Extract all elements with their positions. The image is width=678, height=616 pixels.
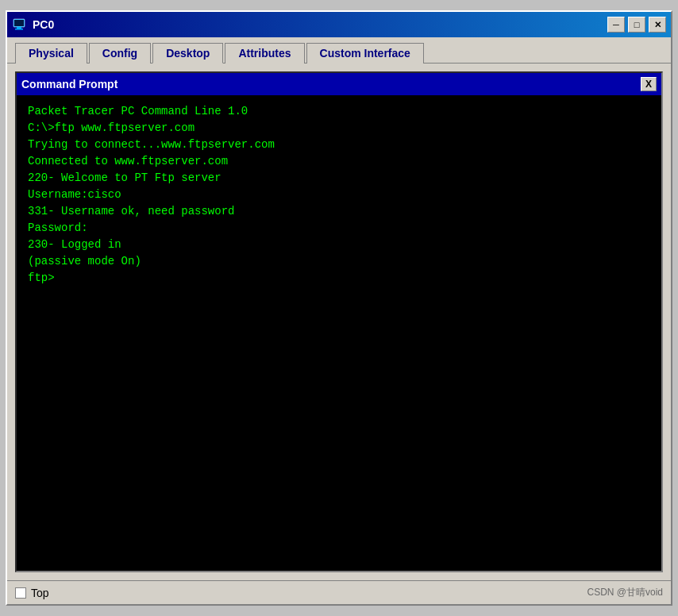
pc-icon: [12, 17, 28, 33]
cmd-close-button[interactable]: X: [641, 77, 657, 91]
svg-rect-3: [14, 20, 24, 26]
cmd-body[interactable]: Packet Tracer PC Command Line 1.0 C:\>ft…: [17, 95, 661, 571]
content-area: Command Prompt X Packet Tracer PC Comman…: [7, 64, 671, 580]
cmd-window: Command Prompt X Packet Tracer PC Comman…: [15, 71, 663, 572]
terminal-line-5: Username:cisco: [28, 187, 650, 203]
cmd-title-text: Command Prompt: [21, 78, 117, 90]
terminal-line-3: Connected to www.ftpserver.com: [28, 153, 650, 170]
terminal-line-2: Trying to connect...www.ftpserver.com: [28, 137, 650, 153]
main-window: PC0 ─ □ ✕ Physical Config Desktop Attrib…: [6, 10, 672, 606]
top-label: Top: [31, 587, 49, 599]
terminal-line-7: Password:: [28, 220, 650, 237]
tab-bar: Physical Config Desktop Attributes Custo…: [7, 37, 671, 64]
top-checkbox-area: Top: [15, 587, 49, 599]
svg-rect-2: [15, 29, 23, 30]
terminal-line-0: Packet Tracer PC Command Line 1.0: [28, 103, 650, 120]
top-checkbox[interactable]: [15, 587, 26, 599]
maximize-button[interactable]: □: [628, 17, 645, 33]
tab-physical[interactable]: Physical: [15, 43, 87, 64]
close-button[interactable]: ✕: [649, 17, 666, 33]
window-title: PC0: [33, 18, 54, 31]
svg-rect-1: [17, 27, 21, 29]
minimize-button[interactable]: ─: [607, 17, 625, 33]
tab-config[interactable]: Config: [89, 43, 151, 64]
terminal-line-4: 220- Welcome to PT Ftp server: [28, 170, 650, 187]
tab-desktop[interactable]: Desktop: [152, 43, 223, 64]
bottom-bar: Top CSDN @甘晴void: [7, 580, 671, 604]
watermark: CSDN @甘晴void: [587, 586, 663, 599]
terminal-line-10: ftp>: [28, 270, 650, 287]
terminal-line-6: 331- Username ok, need password: [28, 203, 650, 220]
terminal-line-8: 230- Logged in: [28, 237, 650, 253]
title-bar: PC0 ─ □ ✕: [7, 12, 671, 37]
cmd-title-bar: Command Prompt X: [17, 73, 661, 95]
tab-custom-interface[interactable]: Custom Interface: [306, 43, 424, 64]
title-bar-left: PC0: [12, 17, 54, 33]
terminal-line-1: C:\>ftp www.ftpserver.com: [28, 120, 650, 137]
terminal-line-9: (passive mode On): [28, 253, 650, 270]
title-controls: ─ □ ✕: [607, 17, 666, 33]
tab-attributes[interactable]: Attributes: [225, 43, 304, 64]
